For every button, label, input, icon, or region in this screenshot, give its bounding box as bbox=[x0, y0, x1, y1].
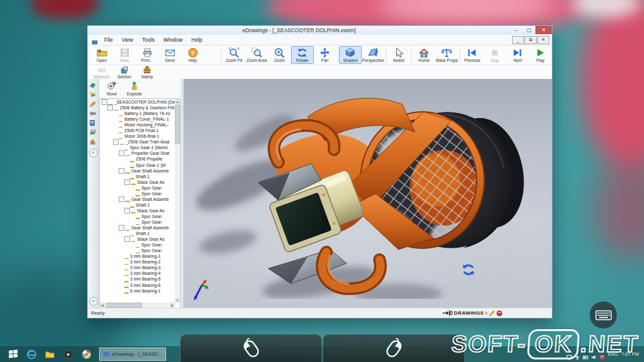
tree-item[interactable]: Battery-1 (Battery 7A-hc bbox=[100, 111, 175, 116]
shaded-button[interactable]: Shaded bbox=[339, 46, 362, 64]
scroll-down-button[interactable]: ▼ bbox=[175, 298, 180, 303]
pencil-tab-icon[interactable] bbox=[89, 100, 97, 108]
tree-item[interactable]: Motor 3006-final-1 bbox=[100, 133, 175, 139]
zoom-area-button[interactable]: Zoom Area bbox=[246, 46, 268, 64]
menu-help[interactable]: Help bbox=[187, 35, 206, 44]
tree-toggle[interactable]: - bbox=[119, 225, 124, 231]
zoom-button[interactable]: Zoom bbox=[268, 46, 291, 64]
collapse-panel-button-bottom[interactable]: « bbox=[89, 297, 98, 306]
move-button[interactable]: Move bbox=[100, 80, 123, 97]
close-button[interactable]: ✕ bbox=[535, 26, 552, 34]
tree-item[interactable]: 3 mm Bearing-6 bbox=[100, 282, 175, 288]
child-minimize-button[interactable]: _ bbox=[512, 36, 524, 44]
next-button[interactable]: Next bbox=[506, 46, 529, 64]
tree-item[interactable]: Spur Gear- bbox=[100, 248, 175, 253]
open-button[interactable]: Open bbox=[90, 46, 113, 64]
tree-horizontal-scrollbar[interactable]: ◀ ▶ bbox=[100, 303, 175, 308]
tree-item[interactable]: 3 mm Bearing-4 bbox=[100, 270, 175, 276]
tree-item[interactable]: Spur Gear- bbox=[100, 185, 175, 191]
tree-item[interactable]: -Gear Shaft Assemb bbox=[100, 168, 175, 174]
menu-view[interactable]: View bbox=[117, 35, 138, 44]
rotate-button[interactable]: Rotate bbox=[291, 46, 314, 64]
mass-props-button[interactable]: Mass Props bbox=[436, 46, 458, 64]
tree-toggle[interactable]: - bbox=[102, 99, 107, 105]
tree-item[interactable]: Motor Housing_FINAL- bbox=[100, 122, 175, 128]
tree-item[interactable]: -Propeller Gear Shaf bbox=[100, 150, 175, 156]
tree-item[interactable]: -Z506 Battery & Gearbox FIN bbox=[100, 105, 175, 111]
explode-button[interactable]: Explode bbox=[123, 80, 146, 97]
child-restore-button[interactable]: ⧉ bbox=[525, 36, 537, 44]
tree-item[interactable]: Spur Gear- bbox=[100, 191, 175, 196]
taskbar-app-button[interactable]: eDrawings - [_SEASC... bbox=[99, 347, 166, 361]
tree-item[interactable]: Spur Gear- bbox=[100, 242, 175, 248]
components-tab-icon[interactable] bbox=[89, 81, 97, 89]
select-button[interactable]: Select bbox=[387, 46, 410, 64]
menu-file[interactable]: File bbox=[100, 35, 117, 44]
start-icon[interactable] bbox=[8, 349, 18, 359]
tree-toggle[interactable]: - bbox=[124, 236, 130, 242]
home-button[interactable]: Home bbox=[413, 46, 436, 64]
zoom-fit-button[interactable]: Zoom Fit bbox=[223, 46, 246, 64]
menu-window[interactable]: Window bbox=[159, 35, 187, 44]
tree-toggle[interactable]: - bbox=[113, 139, 119, 145]
tree-toggle[interactable]: - bbox=[119, 150, 124, 156]
scroll-left-button[interactable]: ◀ bbox=[100, 303, 105, 308]
tree-item[interactable]: Shaft-1 bbox=[100, 231, 175, 236]
pan-button[interactable]: Pan bbox=[314, 46, 337, 64]
tree-item[interactable]: -Gear Shaft Assemb bbox=[100, 196, 175, 202]
tree-item[interactable]: Shaft-1 bbox=[100, 174, 175, 179]
folder-icon[interactable] bbox=[45, 349, 55, 359]
tree-item[interactable]: -Stack Gear As bbox=[100, 208, 175, 214]
tree-toggle[interactable]: - bbox=[124, 179, 130, 185]
maximize-button[interactable]: ▢ bbox=[523, 26, 535, 34]
tree-item[interactable]: Z506 PCB Final-1 bbox=[100, 128, 175, 133]
vertical-scroll-thumb[interactable] bbox=[175, 105, 180, 144]
perspective-button[interactable]: Perspective bbox=[362, 46, 385, 64]
keyboard-overlay-button[interactable] bbox=[590, 301, 617, 329]
internet-explorer-icon[interactable] bbox=[27, 349, 37, 359]
tree-item[interactable]: -_Z506 Gear Train Asse bbox=[100, 139, 175, 145]
tree-item[interactable]: 6 mm Bearing-1 bbox=[100, 288, 175, 294]
tree-item[interactable]: Spur Gear- bbox=[100, 219, 175, 225]
section-button[interactable]: Section bbox=[113, 66, 136, 78]
stamp-button[interactable]: Stamp bbox=[136, 66, 158, 78]
tree-item[interactable]: Spur Gear-1 (M bbox=[100, 162, 175, 168]
minimize-button[interactable]: – bbox=[510, 26, 523, 34]
stamp-tab-icon[interactable] bbox=[89, 138, 97, 146]
tree-item[interactable]: -Stack Gear As bbox=[100, 236, 175, 242]
tree-item[interactable]: -_SEASCOOTER DOLPHIN (De bbox=[100, 99, 175, 105]
tree-vertical-scrollbar[interactable]: ▲ ▼ bbox=[175, 99, 180, 303]
layers-tab-icon[interactable] bbox=[89, 128, 97, 136]
tree-item[interactable]: 3 mm Bearing-3 bbox=[100, 265, 175, 270]
tree-toggle[interactable]: - bbox=[119, 168, 124, 174]
model-viewport[interactable] bbox=[184, 79, 552, 308]
play-button[interactable]: Play bbox=[529, 46, 552, 64]
horizontal-scroll-thumb[interactable] bbox=[106, 303, 142, 308]
tree-item[interactable]: -Stack Gear As bbox=[100, 179, 175, 185]
markup-tab-icon[interactable] bbox=[89, 90, 97, 99]
scroll-right-button[interactable]: ▶ bbox=[170, 303, 175, 308]
help-button[interactable]: ?Help bbox=[181, 46, 204, 64]
chrome-icon[interactable] bbox=[81, 349, 92, 359]
send-button[interactable]: Send bbox=[158, 46, 181, 64]
media-player-icon[interactable] bbox=[63, 349, 73, 359]
camera-tab-icon[interactable] bbox=[89, 109, 97, 118]
documents-tab-icon[interactable] bbox=[89, 119, 97, 127]
collapse-panel-button[interactable]: « bbox=[89, 148, 98, 157]
tree-item[interactable]: 3 mm Bearing-1 bbox=[100, 253, 175, 259]
tree-item[interactable]: 3 mm Bearing-5 bbox=[100, 276, 175, 282]
tree-item[interactable]: Shaft-1 bbox=[100, 202, 175, 208]
tree-item[interactable]: Spur Gear-1 (Metric bbox=[100, 145, 175, 150]
child-close-button[interactable]: ✕ bbox=[537, 36, 549, 44]
titlebar[interactable]: eDrawings - [_SEASCOOTER DOLPHIN.easm] –… bbox=[88, 26, 552, 35]
print-button[interactable]: Print... bbox=[136, 46, 158, 64]
tree-item[interactable]: 3 mm Bearing-2 bbox=[100, 259, 175, 265]
tree-item[interactable]: Z506 Propelle bbox=[100, 156, 175, 162]
tree-toggle[interactable]: - bbox=[124, 208, 130, 214]
tree-toggle[interactable]: - bbox=[107, 105, 113, 111]
tree-toggle[interactable]: - bbox=[119, 196, 124, 202]
menu-tools[interactable]: Tools bbox=[138, 35, 159, 44]
previous-button[interactable]: Previous bbox=[461, 46, 484, 64]
tree-item[interactable]: -Gear Shaft Assemb bbox=[100, 225, 175, 231]
tree-item[interactable]: Battery Cover_FINAL-1 bbox=[100, 116, 175, 122]
